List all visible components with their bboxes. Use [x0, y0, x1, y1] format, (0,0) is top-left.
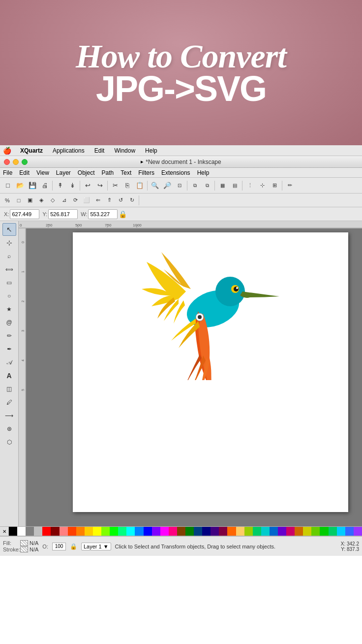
canvas-container[interactable] — [26, 228, 362, 526]
opacity-input[interactable] — [52, 543, 66, 550]
menu-window[interactable]: Window — [112, 147, 137, 154]
color-swatch[interactable] — [160, 527, 169, 536]
ink-menu-object[interactable]: Object — [78, 169, 95, 176]
copy-button[interactable]: ⎘ — [121, 180, 133, 192]
paint-bucket-tool[interactable]: ⬡ — [2, 436, 16, 449]
color-swatch[interactable] — [311, 527, 320, 536]
paste-button[interactable]: 📋 — [134, 180, 146, 192]
clone-button[interactable]: ⧉ — [201, 180, 213, 192]
ink-menu-extensions[interactable]: Extensions — [161, 169, 190, 176]
cut-button[interactable]: ✂ — [109, 180, 121, 192]
color-swatch[interactable] — [244, 527, 253, 536]
import-button[interactable]: ↟ — [54, 180, 66, 192]
print-button[interactable]: 🖨 — [39, 180, 51, 192]
redo-button[interactable]: ↪ — [94, 180, 106, 192]
duplicate-button[interactable]: ⧉ — [189, 180, 201, 192]
rotate-right[interactable]: ↻ — [126, 194, 137, 206]
menu-xquartz[interactable]: XQuartz — [18, 147, 45, 154]
rect-tool[interactable]: ▭ — [2, 276, 16, 289]
gradient-tool[interactable]: ◫ — [2, 383, 16, 395]
pencil-tool[interactable]: ✏ — [2, 329, 16, 342]
menu-applications[interactable]: Applications — [51, 147, 87, 154]
no-color-button[interactable]: ✕ — [0, 527, 9, 536]
ink-menu-view[interactable]: View — [36, 169, 49, 176]
color-swatch[interactable] — [236, 527, 244, 536]
color-swatch[interactable] — [76, 527, 85, 536]
close-button[interactable] — [4, 159, 10, 165]
color-swatch[interactable] — [219, 527, 227, 536]
color-swatch[interactable] — [303, 527, 311, 536]
layer-selector[interactable]: Layer 1 ▼ — [81, 543, 111, 550]
color-swatch[interactable] — [60, 527, 68, 536]
ink-menu-layer[interactable]: Layer — [56, 169, 71, 176]
flip-h[interactable]: ⇐ — [92, 194, 103, 206]
connector-tool[interactable]: ⟶ — [2, 409, 16, 422]
ink-menu-path[interactable]: Path — [102, 169, 114, 176]
star-tool[interactable]: ★ — [2, 303, 16, 316]
color-swatch[interactable] — [278, 527, 286, 536]
snap-bbox[interactable]: □ — [13, 194, 24, 206]
y-input[interactable] — [48, 209, 78, 219]
maximize-button[interactable] — [22, 159, 28, 165]
color-swatch[interactable] — [227, 527, 236, 536]
color-swatch[interactable] — [320, 527, 328, 536]
node-editor-button[interactable]: ✏ — [284, 180, 296, 192]
snap-bbox2[interactable]: ▣ — [25, 194, 35, 206]
color-swatch[interactable] — [101, 527, 110, 536]
lock-proportions-icon[interactable]: 🔒 — [119, 210, 127, 218]
color-swatch[interactable] — [202, 527, 211, 536]
color-swatch[interactable] — [211, 527, 219, 536]
color-swatch[interactable] — [345, 527, 354, 536]
color-swatch[interactable] — [177, 527, 185, 536]
menu-edit[interactable]: Edit — [92, 147, 107, 154]
color-swatch[interactable] — [118, 527, 126, 536]
dropper-tool[interactable]: 🖊 — [2, 396, 16, 409]
ink-menu-help[interactable]: Help — [197, 169, 210, 176]
snap-node[interactable]: ◈ — [36, 194, 47, 206]
circle-tool[interactable]: ○ — [2, 290, 16, 302]
snap-scale[interactable]: ⊿ — [59, 194, 69, 206]
apple-icon[interactable]: 🍎 — [3, 147, 11, 155]
snap-rotate[interactable]: ⟳ — [70, 194, 81, 206]
color-swatch[interactable] — [169, 527, 177, 536]
color-swatch[interactable] — [9, 527, 17, 536]
color-swatch[interactable] — [68, 527, 76, 536]
zoom-tool[interactable]: ⌕ — [2, 250, 16, 262]
color-swatch[interactable] — [26, 527, 34, 536]
ink-menu-text[interactable]: Text — [121, 169, 131, 176]
color-swatch[interactable] — [270, 527, 278, 536]
group-button[interactable]: ▦ — [216, 180, 228, 192]
undo-button[interactable]: ↩ — [82, 180, 93, 192]
zoom-fit-button[interactable]: ⊡ — [174, 180, 185, 192]
new-button[interactable]: □ — [2, 180, 14, 192]
color-swatch[interactable] — [253, 527, 261, 536]
color-swatch[interactable] — [110, 527, 118, 536]
color-swatch[interactable] — [135, 527, 143, 536]
color-swatch[interactable] — [286, 527, 295, 536]
bezier-tool[interactable]: ✒ — [2, 343, 16, 355]
grid-button[interactable]: ⊞ — [269, 180, 280, 192]
color-swatch[interactable] — [185, 527, 194, 536]
zoom-out-button[interactable]: 🔎 — [161, 180, 173, 192]
menu-help[interactable]: Help — [143, 147, 159, 154]
color-swatch[interactable] — [126, 527, 135, 536]
select-tool[interactable]: ↖ — [2, 223, 16, 236]
color-swatch[interactable] — [51, 527, 59, 536]
x-input[interactable] — [10, 209, 39, 219]
hummingbird-illustration[interactable] — [127, 242, 284, 380]
color-swatch[interactable] — [261, 527, 270, 536]
ink-menu-edit[interactable]: Edit — [19, 169, 30, 176]
color-swatch[interactable] — [34, 527, 42, 536]
export-button[interactable]: ↡ — [66, 180, 78, 192]
snap-toggle[interactable]: % — [2, 194, 13, 206]
snap-button[interactable]: ⋮ — [244, 180, 256, 192]
color-swatch[interactable] — [329, 527, 337, 536]
color-swatch[interactable] — [144, 527, 152, 536]
zoom-in-button[interactable]: 🔍 — [149, 180, 161, 192]
lock-icon[interactable]: 🔒 — [70, 543, 77, 550]
measure-tool[interactable]: ⟺ — [2, 263, 16, 276]
node-snap-button[interactable]: ⊹ — [256, 180, 268, 192]
color-swatch[interactable] — [337, 527, 345, 536]
color-swatch[interactable] — [354, 527, 362, 536]
snap-page[interactable]: ⬜ — [81, 194, 92, 206]
